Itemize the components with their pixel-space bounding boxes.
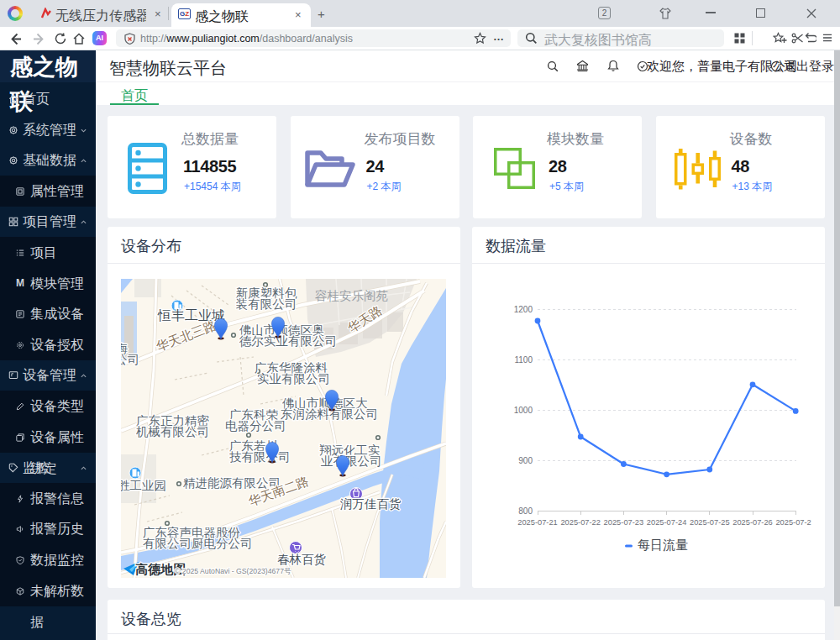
svg-text:润万佳百货: 润万佳百货 xyxy=(340,497,402,511)
svg-text:2025-07-25: 2025-07-25 xyxy=(690,518,730,527)
svg-text:恒丰工业城: 恒丰工业城 xyxy=(157,308,225,323)
svg-text:容桂安乐阁苑: 容桂安乐阁苑 xyxy=(315,289,388,302)
svg-text:1000: 1000 xyxy=(514,406,533,415)
svg-text:2025-07-24: 2025-07-24 xyxy=(647,518,687,527)
svg-text:2025-07-23: 2025-07-23 xyxy=(604,518,644,527)
svg-text:900: 900 xyxy=(518,456,533,465)
svg-text:春林百货: 春林百货 xyxy=(277,553,326,566)
svg-text:电器分公司: 电器分公司 xyxy=(225,419,286,433)
svg-text:1100: 1100 xyxy=(514,355,533,365)
svg-text:800: 800 xyxy=(518,506,533,516)
svg-text:装有限公司: 装有限公司 xyxy=(236,297,297,311)
svg-text:公司: 公司 xyxy=(121,353,139,366)
svg-text:德尔实业有限公司: 德尔实业有限公司 xyxy=(239,334,337,348)
svg-text:胜工业园: 胜工业园 xyxy=(121,479,166,492)
svg-text:业有限公司: 业有限公司 xyxy=(321,454,382,468)
svg-text:1200: 1200 xyxy=(514,305,533,314)
svg-text:2025-07-27: 2025-07-27 xyxy=(775,518,816,527)
svg-text:每日流量: 每日流量 xyxy=(638,538,688,552)
svg-text:2025-07-21: 2025-07-21 xyxy=(517,518,558,527)
svg-text:2025-07-22: 2025-07-22 xyxy=(560,518,601,527)
svg-text:实业有限公司: 实业有限公司 xyxy=(257,372,330,386)
svg-text:机械有限公司: 机械有限公司 xyxy=(136,425,209,438)
svg-text:2025-07-26: 2025-07-26 xyxy=(732,518,773,527)
svg-text:© 2025 AutoNavi - GS(2023)4677: © 2025 AutoNavi - GS(2023)4677号 xyxy=(175,567,291,575)
svg-text:技有限公司: 技有限公司 xyxy=(229,450,291,464)
svg-text:有限公司厨电分公司: 有限公司厨电分公司 xyxy=(143,537,253,550)
